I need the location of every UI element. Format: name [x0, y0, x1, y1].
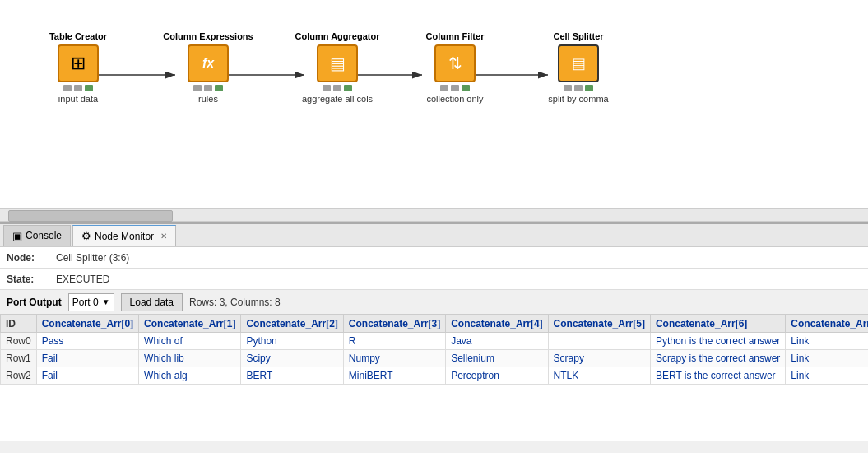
node-cell-splitter[interactable]: Cell Splitter ▤ split by comma	[545, 31, 611, 104]
port-output-row: Port Output Port 0 ▼ Load data Rows: 3, …	[0, 290, 868, 315]
table-cell: Fail	[36, 367, 138, 385]
table-column-header: Concatenate_Arr[3]	[343, 315, 445, 333]
table-cell: Java	[446, 333, 548, 350]
table-column-header: Concatenate_Arr[0]	[36, 315, 138, 333]
port-dot	[440, 85, 448, 91]
node-box-column-expressions[interactable]: fx	[188, 44, 229, 82]
node-monitor-icon: ⚙	[81, 230, 91, 242]
data-table: IDConcatenate_Arr[0]Concatenate_Arr[1]Co…	[0, 315, 868, 385]
node-box-column-filter[interactable]: ⇅	[434, 44, 476, 82]
table-row: Row0PassWhich ofPythonRJavaPython is the…	[1, 333, 869, 350]
table-cell: Which of	[139, 333, 241, 350]
table-column-header: Concatenate_Arr[2]	[241, 315, 343, 333]
node-title-column-expressions: Column Expressions	[163, 31, 253, 41]
node-column-expressions[interactable]: Column Expressions fx rules	[175, 31, 241, 104]
table-column-header: ID	[1, 315, 37, 333]
node-label-column-filter: collection only	[426, 94, 483, 104]
chevron-down-icon: ▼	[102, 297, 110, 306]
table-column-header: Concatenate_Arr[7]	[786, 315, 868, 333]
table-cell: Scrapy	[548, 350, 650, 367]
state-label-field: State:	[7, 273, 56, 285]
node-label-column-expressions: rules	[198, 94, 218, 104]
node-title-column-filter: Column Filter	[426, 31, 485, 41]
port-dot	[564, 85, 572, 91]
table-cell: Fail	[36, 350, 138, 367]
table-column-header: Concatenate_Arr[5]	[548, 315, 650, 333]
node-table-creator[interactable]: Table Creator ⊞ input data	[45, 31, 111, 104]
port-select[interactable]: Port 0 ▼	[68, 293, 114, 311]
port-dot-green	[585, 85, 593, 91]
node-title-cell-splitter: Cell Splitter	[553, 31, 603, 41]
tab-close-icon[interactable]: ✕	[160, 231, 167, 241]
state-info-row: State: EXECUTED	[0, 269, 868, 290]
tab-console-label: Console	[26, 230, 62, 241]
node-column-aggregator[interactable]: Column Aggregator ▤ aggregate all cols	[304, 31, 370, 104]
port-dot	[74, 85, 82, 91]
bottom-panel: ▣ Console ⚙ Node Monitor ✕ Node: Cell Sp…	[0, 222, 868, 440]
table-cell: Row0	[1, 333, 37, 350]
table-cell: Perceptron	[446, 367, 548, 385]
table-cell: Row1	[1, 350, 37, 367]
port-select-value: Port 0	[72, 297, 99, 308]
table-row: Row2FailWhich algBERTMiniBERTPerceptronN…	[1, 367, 869, 385]
state-value-field: EXECUTED	[56, 273, 109, 285]
node-label-field: Node:	[7, 252, 56, 264]
port-dot	[574, 85, 583, 91]
port-dot	[333, 85, 341, 91]
data-table-container[interactable]: IDConcatenate_Arr[0]Concatenate_Arr[1]Co…	[0, 315, 868, 441]
table-cell: R	[343, 333, 445, 350]
node-label-cell-splitter: split by comma	[548, 94, 608, 104]
table-cell: Link	[786, 350, 868, 367]
node-box-table-creator[interactable]: ⊞	[58, 44, 99, 82]
port-output-label: Port Output	[7, 297, 62, 308]
table-header-row: IDConcatenate_Arr[0]Concatenate_Arr[1]Co…	[1, 315, 869, 333]
table-column-header: Concatenate_Arr[4]	[446, 315, 548, 333]
table-cell: Pass	[36, 333, 138, 350]
node-info-row: Node: Cell Splitter (3:6)	[0, 247, 868, 269]
table-cell: Row2	[1, 367, 37, 385]
table-cell: Which lib	[139, 350, 241, 367]
port-dot	[323, 85, 331, 91]
table-cell: Numpy	[343, 350, 445, 367]
node-column-filter[interactable]: Column Filter ⇅ collection only	[422, 31, 488, 104]
node-box-cell-splitter[interactable]: ▤	[558, 44, 599, 82]
table-cell: Which alg	[139, 367, 241, 385]
canvas-scrollbar[interactable]	[0, 208, 868, 222]
table-cell: Python is the correct answer	[650, 333, 785, 350]
node-title-column-aggregator: Column Aggregator	[295, 31, 380, 41]
rows-info: Rows: 3, Columns: 8	[189, 297, 281, 308]
node-label-column-aggregator: aggregate all cols	[302, 94, 373, 104]
port-dot	[63, 85, 72, 91]
table-cell	[548, 333, 650, 350]
table-cell: Sellenium	[446, 350, 548, 367]
table-cell: BERT	[241, 367, 343, 385]
table-cell: Link	[786, 333, 868, 350]
node-box-column-aggregator[interactable]: ▤	[317, 44, 358, 82]
table-cell: Scrapy is the correct answer	[650, 350, 785, 367]
canvas-scrollbar-thumb[interactable]	[8, 210, 173, 222]
table-row: Row1FailWhich libScipyNumpySelleniumScra…	[1, 350, 869, 367]
table-cell: NTLK	[548, 367, 650, 385]
port-dot	[204, 85, 212, 91]
tab-node-monitor-label: Node Monitor	[95, 231, 154, 242]
table-column-header: Concatenate_Arr[6]	[650, 315, 785, 333]
port-dot-green	[462, 85, 470, 91]
tab-console[interactable]: ▣ Console	[3, 225, 71, 246]
table-cell: Scipy	[241, 350, 343, 367]
table-cell: BERT is the correct answer	[650, 367, 785, 385]
port-dot-green	[344, 85, 352, 91]
workflow-canvas: Table Creator ⊞ input data Column Expres…	[0, 0, 868, 222]
tab-node-monitor[interactable]: ⚙ Node Monitor ✕	[72, 225, 176, 246]
tabs-bar: ▣ Console ⚙ Node Monitor ✕	[0, 224, 868, 247]
load-data-button[interactable]: Load data	[121, 293, 183, 311]
table-column-header: Concatenate_Arr[1]	[139, 315, 241, 333]
port-dot-green	[85, 85, 93, 91]
table-cell: Python	[241, 333, 343, 350]
node-title-table-creator: Table Creator	[49, 31, 107, 41]
port-dot	[451, 85, 459, 91]
node-label-table-creator: input data	[58, 94, 98, 104]
table-cell: Link	[786, 367, 868, 385]
port-dot-green	[215, 85, 223, 91]
port-dot	[193, 85, 202, 91]
table-cell: MiniBERT	[343, 367, 445, 385]
